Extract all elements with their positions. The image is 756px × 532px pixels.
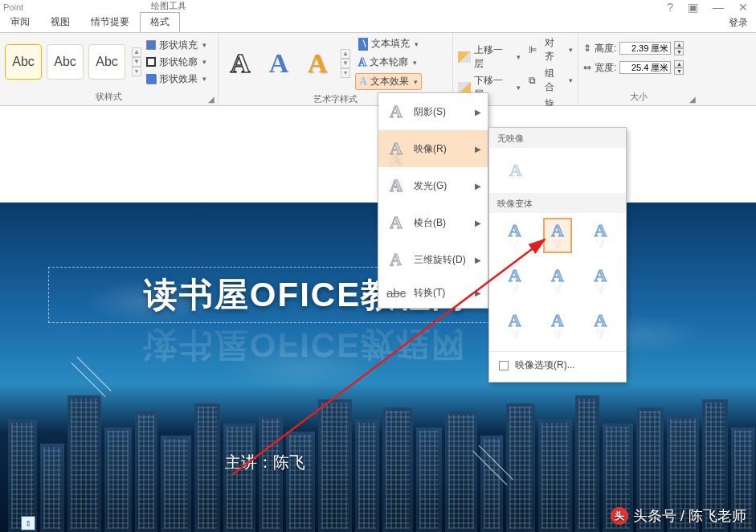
glow-icon: A: [386, 175, 406, 196]
app-title: Point: [0, 2, 23, 12]
shadow-icon: A: [386, 101, 406, 122]
reflection-variant-3[interactable]: AA: [586, 218, 615, 253]
reflection-variant-5[interactable]: AA: [543, 263, 571, 298]
width-stepper[interactable]: ▲▼: [674, 60, 684, 75]
close-icon[interactable]: ✕: [738, 1, 748, 14]
menu-item-3d-rotation[interactable]: A 三维旋转(D)▶: [378, 241, 488, 278]
send-backward-icon: [458, 82, 471, 93]
outline-icon: [146, 57, 156, 67]
reflection-options[interactable]: 映像选项(R)...: [489, 351, 626, 379]
width-input[interactable]: [619, 61, 671, 74]
help-icon[interactable]: ?: [667, 1, 673, 14]
tab-storyline[interactable]: 情节提要: [80, 12, 140, 32]
shape-style-2[interactable]: Abc: [47, 44, 84, 80]
text-effects-menu: A 阴影(S)▶ A 映像(R)▶ A 发光(G)▶ A 棱台(B)▶ A 三维…: [378, 92, 488, 309]
group-label-size: 大小: [578, 91, 699, 105]
menu-item-shadow[interactable]: A 阴影(S)▶: [378, 93, 488, 130]
height-input[interactable]: [619, 42, 671, 55]
group-button[interactable]: ⧉组合▾: [529, 67, 573, 94]
reflection-variant-8[interactable]: AA: [543, 308, 571, 343]
text-outline-icon: A: [358, 56, 366, 69]
width-label: 宽度:: [595, 61, 616, 75]
height-icon: ⇕: [583, 43, 591, 54]
group-icon: ⧉: [529, 75, 541, 86]
reflection-icon: A: [386, 138, 406, 159]
rotate3d-icon: A: [386, 248, 404, 272]
reflection-variant-9[interactable]: AA: [586, 308, 615, 343]
reflection-variant-7[interactable]: AA: [501, 308, 529, 343]
dialog-launcher-icon[interactable]: ◢: [689, 95, 696, 104]
menu-item-glow[interactable]: A 发光(G)▶: [378, 167, 488, 204]
reflection-submenu: 无映像 A 映像变体 AA AA AA AA AA AA AA AA AA 映像…: [488, 127, 627, 383]
wordart-style-3[interactable]: A: [300, 44, 334, 83]
effect-icon: [146, 74, 156, 84]
tab-review[interactable]: 审阅: [0, 12, 40, 32]
decoration-top-left: [64, 355, 112, 403]
fill-icon: [146, 40, 156, 50]
menu-item-reflection[interactable]: A 映像(R)▶: [378, 130, 488, 167]
bevel-icon: A: [386, 212, 406, 233]
submenu-header-variants: 映像变体: [489, 193, 626, 213]
shape-style-3[interactable]: Abc: [88, 44, 125, 80]
dialog-launcher-icon[interactable]: ◢: [208, 95, 215, 104]
contextual-tab-label: 绘图工具: [151, 0, 186, 12]
restore-icon[interactable]: ▣: [688, 1, 698, 14]
tab-format[interactable]: 格式: [140, 12, 180, 32]
reflection-variant-2[interactable]: AA: [543, 218, 571, 253]
text-fill-icon: A: [358, 38, 368, 51]
text-effect-icon: A: [359, 76, 367, 88]
reflection-variant-4[interactable]: AA: [501, 263, 529, 298]
reflection-variant-1[interactable]: AA: [501, 218, 529, 253]
shape-style-1[interactable]: Abc: [5, 44, 42, 80]
wordart-style-2[interactable]: A: [262, 44, 296, 83]
tab-view[interactable]: 视图: [40, 12, 80, 32]
text-fill-button[interactable]: A文本填充▾: [355, 36, 422, 51]
text-outline-button[interactable]: A文本轮廓▾: [355, 55, 422, 70]
bring-forward-button[interactable]: 上移一层▾: [458, 43, 521, 71]
shape-fill-button[interactable]: 形状填充▾: [146, 39, 206, 52]
watermark-logo-icon: 头: [611, 507, 628, 525]
minimize-icon[interactable]: —: [713, 1, 724, 14]
decoration-bottom-right: [466, 444, 514, 492]
reflection-none[interactable]: A: [501, 153, 531, 188]
menu-item-transform[interactable]: abc 转换(T)▶: [378, 278, 488, 308]
height-label: 高度:: [595, 42, 616, 55]
slide-subtitle[interactable]: 主讲：陈飞: [225, 452, 305, 473]
group-label-shape-styles: 状样式: [0, 91, 218, 105]
reflection-variant-6[interactable]: AA: [586, 263, 615, 298]
text-effect-button[interactable]: A文本效果▾: [355, 73, 422, 90]
shape-effect-button[interactable]: 形状效果▾: [146, 72, 206, 86]
menu-item-bevel[interactable]: A 棱台(B)▶: [378, 204, 488, 241]
width-icon: ⇔: [583, 62, 591, 73]
align-icon: ⊫: [529, 44, 541, 55]
anchor-icon[interactable]: ⇕: [21, 516, 35, 530]
bring-forward-icon: [458, 51, 471, 63]
align-button[interactable]: ⊫对齐▾: [529, 36, 573, 63]
wordart-style-1[interactable]: A: [223, 44, 257, 83]
submenu-header-none: 无映像: [489, 128, 626, 148]
height-stepper[interactable]: ▲▼: [674, 41, 684, 55]
slide-title-reflection: 读书屋OFICE教程网: [49, 322, 562, 367]
shape-style-more[interactable]: ▲▼▾: [132, 47, 141, 76]
wordart-style-more[interactable]: ▲▼▾: [341, 49, 350, 78]
watermark: 头 头条号 / 陈飞老师: [611, 506, 746, 526]
shape-outline-button[interactable]: 形状轮廓▾: [146, 55, 206, 69]
checkbox-icon: [499, 361, 509, 370]
login-button[interactable]: 登录: [721, 14, 756, 32]
transform-icon: abc: [386, 286, 406, 300]
